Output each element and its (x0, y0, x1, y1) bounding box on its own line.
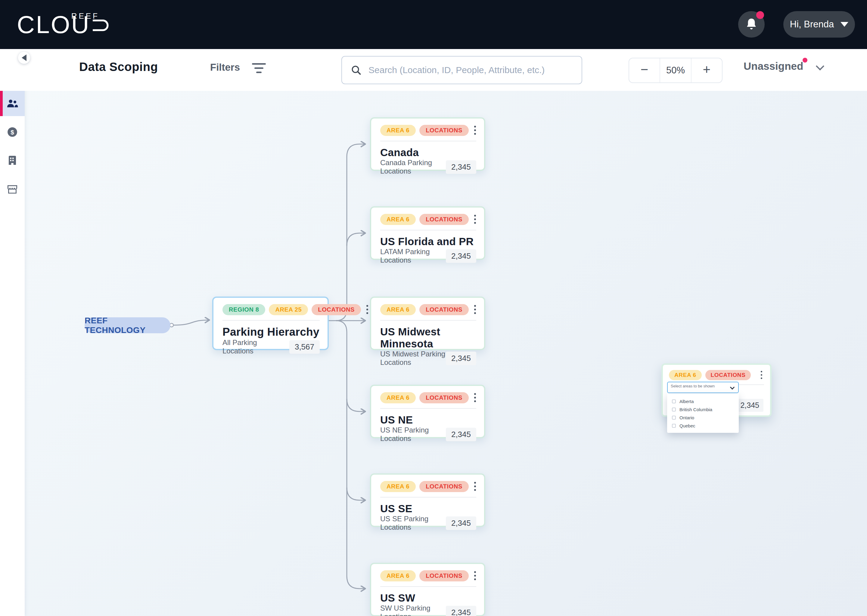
logo-wordmark: CLOU⊃ (17, 9, 119, 40)
stat-value: 2,345 (446, 352, 476, 365)
stat-label: Canada Parking Locations (380, 159, 446, 175)
locations-badge: LOCATIONS (312, 304, 361, 315)
locations-badge: LOCATIONS (419, 481, 469, 492)
area-badge: AREA 6 (380, 304, 416, 315)
data-scoping-page: CLOU⊃ REEF Hi, Brenda Data Scoping Filte… (0, 0, 867, 616)
area-badge: AREA 6 (380, 570, 416, 581)
dropdown-option-alberta[interactable]: Alberta (667, 398, 739, 405)
search-input[interactable] (369, 65, 573, 75)
stat-label: US NE Parking Locations (380, 426, 446, 443)
filters-control[interactable]: Filters (210, 62, 266, 73)
stat-row: LATAM Parking Locations 2,345 (380, 248, 476, 264)
locations-badge: LOCATIONS (419, 570, 469, 581)
dropdown-option-british-columbia[interactable]: British Columbia (667, 405, 739, 413)
notification-badge (756, 11, 764, 19)
svg-text:$: $ (11, 129, 14, 136)
card-title: US Florida and PR (380, 236, 476, 248)
badge-row: AREA 6 LOCATIONS (380, 214, 476, 230)
card-title: US SE (380, 503, 476, 515)
plus-icon: + (703, 63, 711, 78)
tree-root-node[interactable]: REEF TECHNOLOGY (85, 317, 170, 333)
caret-down-icon (840, 22, 848, 27)
area-select-dropdown-panel: Alberta British Columbia Ontario Quebec (667, 394, 739, 433)
assignment-label: Unassigned (744, 60, 803, 72)
zoom-out-button[interactable]: − (629, 58, 660, 82)
node-card-us-florida-pr[interactable]: AREA 6 LOCATIONS US Florida and PR LATAM… (370, 206, 485, 260)
zoom-in-button[interactable]: + (691, 58, 722, 82)
sidebar-item-company[interactable] (0, 150, 25, 171)
bell-icon (745, 17, 758, 31)
dropdown-option-quebec[interactable]: Quebec (667, 422, 739, 430)
badge-row: AREA 6 LOCATIONS (380, 304, 476, 321)
area-badge: AREA 6 (380, 214, 416, 225)
area-select-placeholder: Select areas to be shown (671, 384, 715, 388)
kebab-menu-icon[interactable] (472, 214, 478, 225)
card-title: US Midwest Minnesota (380, 326, 476, 350)
card-title: Parking Hierarchy (222, 326, 320, 338)
filter-lines-icon (252, 62, 266, 73)
checkbox[interactable] (672, 407, 676, 412)
locations-badge: LOCATIONS (419, 392, 469, 403)
checkbox[interactable] (672, 416, 676, 420)
stat-label: LATAM Parking Locations (380, 248, 446, 264)
sidebar-item-billing[interactable]: $ (0, 122, 25, 142)
stat-row: Canada Parking Locations 2,345 (380, 159, 476, 175)
logo-sub-wordmark: REEF (71, 11, 99, 21)
checkbox[interactable] (672, 424, 676, 428)
badge-row: AREA 6 LOCATIONS (380, 124, 476, 141)
page-title: Data Scoping (79, 60, 158, 74)
kebab-menu-icon[interactable] (472, 481, 478, 492)
stat-value: 2,345 (446, 517, 476, 530)
card-title: US NE (380, 414, 476, 426)
locations-badge: LOCATIONS (705, 370, 751, 380)
reef-cloud-logo: CLOU⊃ REEF (17, 9, 119, 40)
area-select-input[interactable]: Select areas to be shown (667, 382, 739, 393)
node-card-us-se[interactable]: AREA 6 LOCATIONS US SE US SE Parking Loc… (370, 473, 485, 527)
badge-row: AREA 6 LOCATIONS (380, 481, 476, 498)
area-badge: AREA 6 (380, 125, 416, 136)
stat-row: US NE Parking Locations 2,345 (380, 426, 476, 443)
people-icon (6, 98, 18, 108)
kebab-menu-icon[interactable] (472, 392, 478, 403)
kebab-menu-icon[interactable] (472, 304, 478, 315)
area-badge: AREA 6 (380, 392, 416, 403)
sidebar-item-people[interactable] (0, 91, 25, 116)
assignment-notification-dot (802, 58, 807, 63)
card-title: Canada (380, 146, 476, 159)
user-menu-button[interactable]: Hi, Brenda (783, 11, 855, 38)
minus-icon: − (641, 63, 648, 78)
locations-badge: LOCATIONS (419, 125, 469, 136)
area-badge: AREA 6 (669, 370, 702, 380)
card-title: US SW (380, 592, 476, 604)
kebab-menu-icon[interactable] (472, 124, 478, 136)
building-icon (7, 155, 17, 166)
chevron-down-icon (816, 62, 824, 71)
kebab-menu-icon[interactable] (759, 370, 764, 380)
area-badge: AREA 25 (269, 304, 308, 315)
stat-value: 3,567 (289, 340, 320, 354)
notifications-button[interactable] (738, 11, 765, 38)
storefront-icon (6, 184, 18, 194)
node-card-us-midwest-minnesota[interactable]: AREA 6 LOCATIONS US Midwest Minnesota US… (370, 297, 485, 350)
badge-row: AREA 6 LOCATIONS (380, 392, 476, 409)
zoom-level: 50% (660, 58, 690, 82)
node-card-parking-hierarchy[interactable]: REGION 8 AREA 25 LOCATIONS Parking Hiera… (212, 297, 329, 350)
stat-label: US Midwest Parking Locations (380, 350, 446, 367)
dropdown-option-ontario[interactable]: Ontario (667, 413, 739, 422)
node-card-us-ne[interactable]: AREA 6 LOCATIONS US NE US NE Parking Loc… (370, 385, 485, 438)
assignment-dropdown[interactable]: Unassigned (744, 60, 823, 72)
stat-value: 2,345 (446, 160, 476, 174)
stat-row: All Parking Locations 3,567 (222, 338, 320, 355)
sidebar-item-marketplace[interactable] (0, 179, 25, 200)
dollar-icon: $ (6, 126, 18, 138)
sidebar-collapse-button[interactable] (18, 52, 30, 64)
kebab-menu-icon[interactable] (472, 570, 478, 581)
detail-card-area-selector[interactable]: AREA 6 LOCATIONS Select areas to be show… (661, 363, 772, 417)
app-header: CLOU⊃ REEF Hi, Brenda (0, 0, 867, 49)
filters-label: Filters (210, 62, 240, 73)
node-card-us-sw[interactable]: AREA 6 LOCATIONS US SW SW US Parking Loc… (370, 563, 485, 616)
kebab-menu-icon[interactable] (364, 304, 370, 315)
search-box[interactable] (341, 56, 582, 84)
checkbox[interactable] (672, 399, 676, 403)
node-card-canada[interactable]: AREA 6 LOCATIONS Canada Canada Parking L… (370, 117, 485, 171)
